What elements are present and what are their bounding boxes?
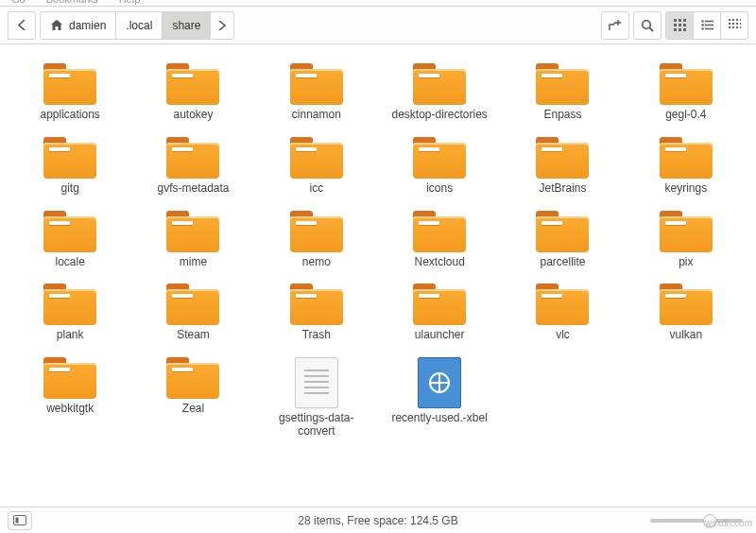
folder-icon: [166, 211, 219, 252]
svg-point-11: [701, 20, 704, 23]
folder-icon: [660, 211, 713, 252]
item-label: Zeal: [182, 403, 204, 416]
folder-item[interactable]: locale: [9, 207, 130, 273]
svg-rect-7: [683, 24, 686, 26]
chevron-left-icon: [18, 20, 26, 30]
folder-icon: [43, 137, 96, 179]
svg-rect-18: [732, 19, 734, 21]
folder-item[interactable]: desktop-directories: [379, 60, 500, 126]
folder-item[interactable]: webkitgtk: [9, 353, 130, 442]
folder-item[interactable]: nemo: [256, 207, 377, 273]
newtab-icon: [609, 19, 623, 31]
item-label: gegl-0.4: [665, 109, 706, 122]
folder-item[interactable]: gitg: [9, 133, 130, 199]
menu-help[interactable]: Help: [119, 0, 141, 5]
svg-rect-8: [674, 28, 677, 31]
pathbar: damien .local share: [40, 11, 234, 40]
crumb-home[interactable]: damien: [40, 11, 116, 40]
sidebar-toggle-button[interactable]: [8, 511, 32, 530]
item-label: Enpass: [543, 109, 581, 122]
item-label: gsettings-data-convert: [265, 412, 369, 438]
file-item[interactable]: gsettings-data-convert: [256, 353, 377, 442]
crumb-share[interactable]: share: [162, 11, 211, 40]
folder-icon: [660, 284, 713, 325]
folder-item[interactable]: vlc: [502, 280, 623, 346]
svg-rect-10: [683, 28, 686, 31]
item-label: applications: [40, 109, 99, 122]
menu-bookmarks[interactable]: Bookmarks: [46, 0, 98, 5]
svg-rect-24: [740, 23, 741, 25]
folder-item[interactable]: gegl-0.4: [626, 60, 747, 126]
svg-rect-16: [705, 28, 713, 30]
home-icon: [50, 19, 63, 31]
folder-icon: [536, 63, 589, 105]
svg-rect-3: [679, 19, 681, 22]
view-compact-button[interactable]: [720, 11, 748, 40]
folder-icon: [290, 63, 343, 105]
sidebar-toggle-icon: [13, 515, 26, 525]
folder-item[interactable]: parcellite: [502, 207, 623, 273]
menubar: Go Bookmarks Help: [0, 0, 756, 7]
item-label: Nextcloud: [414, 256, 464, 269]
item-label: desktop-directories: [391, 109, 487, 122]
folder-icon: [536, 284, 589, 325]
folder-item[interactable]: keyrings: [626, 133, 747, 199]
folder-item[interactable]: mime: [132, 207, 253, 273]
svg-rect-26: [732, 26, 734, 28]
item-label: JetBrains: [539, 182, 586, 196]
folder-item[interactable]: Steam: [132, 280, 253, 346]
folder-icon: [166, 63, 219, 105]
folder-item[interactable]: ulauncher: [379, 280, 500, 346]
folder-item[interactable]: Zeal: [132, 353, 253, 442]
folder-icon: [536, 137, 589, 179]
item-label: Trash: [302, 329, 331, 342]
folder-item[interactable]: gvfs-metadata: [132, 133, 253, 199]
folder-item[interactable]: Enpass: [502, 60, 623, 126]
view-icons-button[interactable]: [665, 11, 694, 40]
folder-item[interactable]: JetBrains: [502, 133, 623, 199]
svg-rect-5: [674, 24, 677, 26]
folder-icon: [536, 211, 589, 252]
folder-item[interactable]: applications: [9, 60, 130, 126]
item-label: cinnamon: [292, 109, 341, 122]
crumb-share-label: share: [172, 19, 200, 32]
item-label: ulauncher: [415, 329, 465, 342]
folder-item[interactable]: autokey: [132, 60, 253, 126]
folder-item[interactable]: icons: [379, 133, 500, 199]
item-label: mime: [180, 256, 207, 269]
item-label: icons: [426, 182, 453, 196]
crumb-local[interactable]: .local: [115, 11, 163, 40]
menu-go[interactable]: Go: [11, 0, 26, 5]
folder-icon: [166, 284, 219, 325]
svg-rect-19: [736, 19, 738, 21]
crumb-forward[interactable]: [210, 11, 234, 40]
folder-item[interactable]: Trash: [256, 280, 377, 346]
svg-rect-21: [729, 23, 730, 25]
file-item[interactable]: recently-used.-xbel: [379, 353, 500, 442]
folder-icon: [413, 211, 466, 252]
folder-icon: [660, 63, 713, 105]
folder-item[interactable]: pix: [626, 207, 747, 273]
folder-item[interactable]: plank: [9, 280, 130, 346]
folder-icon: [43, 284, 96, 325]
svg-rect-27: [736, 26, 738, 28]
watermark: wsxdn.com: [705, 518, 752, 528]
folder-icon: [413, 137, 466, 179]
svg-rect-9: [679, 28, 681, 31]
search-button[interactable]: [633, 11, 662, 40]
svg-line-1: [649, 27, 653, 31]
item-label: gvfs-metadata: [157, 182, 229, 196]
folder-item[interactable]: cinnamon: [256, 60, 377, 126]
view-list-button[interactable]: [693, 11, 721, 40]
new-tab-button[interactable]: [601, 11, 629, 40]
status-text: 28 items, Free space: 124.5 GB: [298, 514, 457, 527]
svg-rect-25: [729, 26, 730, 28]
folder-item[interactable]: Nextcloud: [379, 207, 500, 273]
folder-item[interactable]: vulkan: [626, 280, 747, 346]
folder-icon: [43, 357, 96, 399]
file-grid[interactable]: applicationsautokeycinnamondesktop-direc…: [0, 44, 756, 507]
folder-item[interactable]: icc: [256, 133, 377, 199]
item-label: plank: [57, 329, 84, 342]
crumb-local-label: .local: [126, 19, 152, 32]
back-button[interactable]: [8, 11, 36, 40]
